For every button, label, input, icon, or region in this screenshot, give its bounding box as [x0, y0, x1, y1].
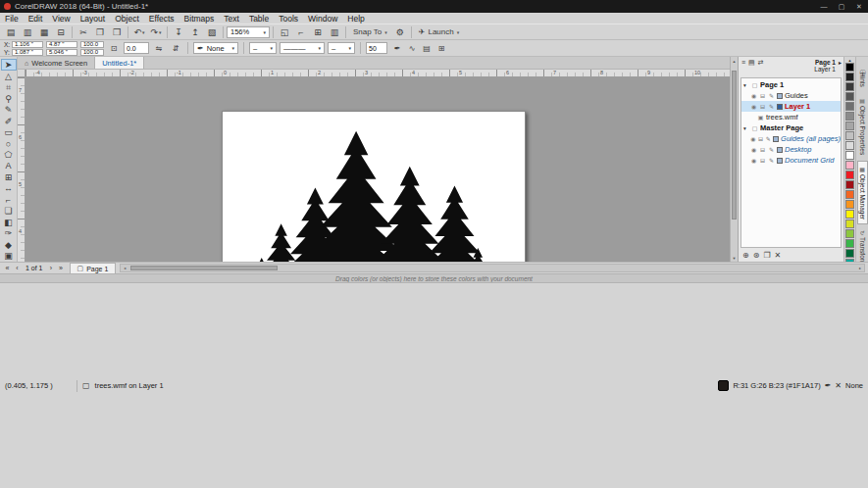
color-swatch[interactable]: [845, 73, 854, 81]
editable-icon[interactable]: ✎: [768, 103, 775, 110]
visibility-icon[interactable]: ◉: [750, 103, 757, 110]
printable-icon[interactable]: ⊟: [759, 157, 766, 164]
menu-layout[interactable]: Layout: [76, 14, 111, 24]
crop-tool[interactable]: ⌗: [1, 81, 17, 92]
color-swatch[interactable]: [845, 220, 854, 228]
scale-vertical-field[interactable]: 100.0: [80, 49, 104, 56]
arrow-end-combo[interactable]: – ▾: [328, 42, 355, 54]
minimize-button[interactable]: —: [815, 0, 833, 13]
paste-button[interactable]: ❒: [109, 25, 125, 39]
show-object-properties-icon[interactable]: ▤: [748, 59, 755, 67]
color-swatch[interactable]: [845, 190, 854, 199]
menu-file[interactable]: File: [0, 14, 24, 24]
drawing-canvas[interactable]: deer.wmfw: 4.87 in, h: 5.046 inClick and…: [26, 77, 730, 262]
transparency-field[interactable]: 50: [366, 42, 387, 54]
menu-help[interactable]: Help: [342, 14, 369, 24]
freehand-tool[interactable]: ✎: [1, 104, 17, 115]
horizontal-scroll-thumb[interactable]: [130, 266, 278, 270]
printable-icon[interactable]: ⊟: [758, 135, 764, 142]
color-swatch[interactable]: [845, 151, 854, 160]
editable-icon[interactable]: ✎: [768, 157, 775, 164]
maximize-button[interactable]: ▢: [833, 0, 850, 13]
rectangle-tool[interactable]: ▭: [1, 126, 17, 137]
editable-icon[interactable]: ✎: [768, 146, 775, 153]
color-swatch[interactable]: [845, 210, 854, 219]
duplicate-layer-button[interactable]: ❐: [763, 251, 770, 260]
ruler-origin-button[interactable]: [18, 70, 26, 77]
layer-row-guides[interactable]: ◉⊟✎Guides: [741, 90, 841, 101]
object-width-field[interactable]: 4.87 ": [46, 41, 77, 48]
copy-button[interactable]: ❐: [92, 25, 108, 39]
scroll-right-button[interactable]: ▸: [856, 266, 864, 270]
scroll-up-button[interactable]: ▲: [731, 57, 738, 65]
color-swatch[interactable]: [845, 131, 854, 140]
show-rulers-button[interactable]: ⌐: [293, 25, 309, 39]
first-page-button[interactable]: «: [3, 265, 12, 271]
color-swatch[interactable]: [845, 63, 854, 72]
y-position-field[interactable]: 1.087 ": [12, 49, 43, 56]
fill-color-indicator[interactable]: [718, 380, 729, 391]
outline-width-combo[interactable]: ✒ None ▾: [193, 42, 238, 54]
color-swatch[interactable]: [845, 249, 854, 258]
layer-color-chip[interactable]: [777, 93, 783, 99]
artistic-media-tool[interactable]: ✐: [1, 116, 17, 126]
docker-tab-object-properties[interactable]: ▤Object Properties: [858, 93, 867, 159]
menu-table[interactable]: Table: [244, 14, 274, 24]
docker-tab-hints[interactable]: ⓘHints: [857, 61, 868, 91]
layer-color-chip[interactable]: [777, 158, 783, 164]
page-area[interactable]: deer.wmfw: 4.87 in, h: 5.046 inClick and…: [222, 111, 526, 262]
fullscreen-preview-button[interactable]: ◱: [277, 25, 292, 39]
visibility-icon[interactable]: ◉: [750, 135, 756, 142]
mirror-horizontal-button[interactable]: ⇋: [152, 42, 166, 55]
cut-button[interactable]: ✂: [76, 25, 91, 39]
save-button[interactable]: ▦: [36, 25, 52, 39]
layer-row-guides-all-pages[interactable]: ◉⊟✎Guides (all pages): [741, 133, 841, 144]
text-tool[interactable]: A: [1, 161, 17, 171]
color-swatch[interactable]: [845, 82, 854, 91]
options-button[interactable]: ⚙: [392, 25, 408, 39]
undo-button[interactable]: ↶▾: [131, 25, 147, 39]
convert-to-curves-button[interactable]: ∿: [405, 42, 419, 55]
color-swatch[interactable]: [845, 171, 854, 179]
object-height-field[interactable]: 5.046 ": [46, 49, 77, 56]
menu-view[interactable]: View: [47, 14, 75, 24]
layer-color-chip[interactable]: [773, 136, 779, 142]
scroll-down-button[interactable]: ▼: [731, 254, 738, 262]
zoom-level-combo[interactable]: 156%▾: [227, 26, 270, 38]
layer-color-chip[interactable]: [777, 104, 783, 110]
new-document-button[interactable]: ▤: [3, 25, 19, 39]
smart-fill-tool[interactable]: ▣: [1, 251, 17, 262]
scroll-left-button[interactable]: ◂: [121, 266, 128, 270]
tab-welcome-screen[interactable]: ⌂ Welcome Screen: [18, 57, 95, 69]
show-guidelines-button[interactable]: ▥: [327, 25, 342, 39]
color-swatch[interactable]: [845, 122, 854, 130]
snap-to-dropdown[interactable]: Snap To▾: [349, 25, 391, 39]
ellipse-tool[interactable]: ○: [1, 138, 17, 149]
next-page-button[interactable]: ›: [47, 265, 56, 271]
transparency-tool[interactable]: ◧: [1, 217, 17, 227]
docker-tab-object-manager[interactable]: ▦Object Manager: [857, 161, 868, 224]
horizontal-scroll-track[interactable]: [128, 265, 856, 271]
layer-row-desktop[interactable]: ◉⊟✎Desktop: [741, 144, 841, 155]
color-swatch[interactable]: [845, 229, 854, 238]
visibility-icon[interactable]: ◉: [750, 92, 757, 99]
layer-row-page-1[interactable]: ▾▢Page 1: [741, 79, 841, 90]
interactive-fill-tool[interactable]: ◆: [1, 239, 17, 250]
tab-untitled-1[interactable]: Untitled-1*: [95, 57, 144, 69]
color-swatch[interactable]: [845, 239, 854, 248]
rotation-angle-field[interactable]: 0.0: [124, 42, 149, 54]
new-master-layer-button[interactable]: ⊛: [753, 251, 760, 260]
arrow-start-combo[interactable]: – ▾: [249, 42, 277, 54]
color-swatch[interactable]: [845, 180, 854, 189]
vertical-ruler[interactable]: 76543210: [18, 77, 26, 262]
layer-row-trees-wmf[interactable]: ▣trees.wmf: [741, 112, 841, 122]
color-swatch[interactable]: [845, 92, 854, 101]
color-swatch[interactable]: [845, 161, 854, 170]
horizontal-ruler[interactable]: -4-3-2-1012345678910: [26, 70, 730, 77]
editable-icon[interactable]: ✎: [768, 92, 775, 99]
menu-object[interactable]: Object: [110, 14, 144, 24]
horizontal-scrollbar[interactable]: ◂ ▸: [120, 264, 865, 272]
open-button[interactable]: ▥: [20, 25, 35, 39]
vertical-scroll-track[interactable]: [731, 65, 738, 254]
mirror-vertical-button[interactable]: ⇵: [169, 42, 182, 55]
